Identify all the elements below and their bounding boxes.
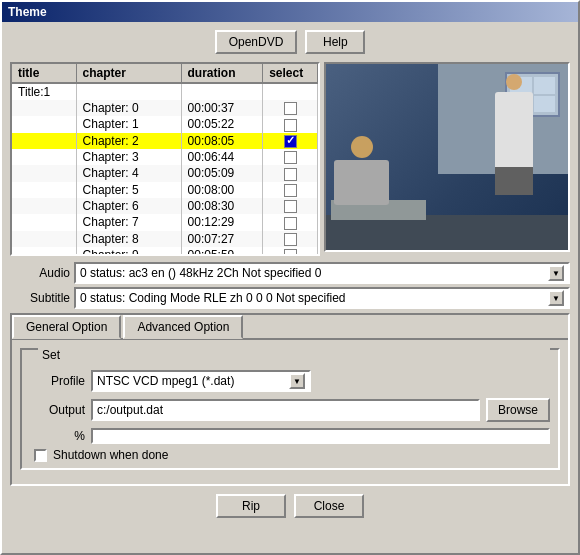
bottom-buttons: Rip Close <box>10 494 570 518</box>
select-data[interactable] <box>263 247 318 254</box>
title-data <box>12 214 76 230</box>
chapter-table-container: title chapter duration select Title:1 Ch… <box>10 62 320 256</box>
audio-dropdown[interactable]: 0 status: ac3 en () 48kHz 2Ch Not specif… <box>74 262 570 284</box>
chapter-data: Chapter: 5 <box>76 182 181 198</box>
window-pane <box>534 77 556 94</box>
title-data <box>12 182 76 198</box>
table-row[interactable]: Chapter: 9 00:05:59 <box>12 247 318 254</box>
duration-data: 00:08:30 <box>181 198 263 214</box>
main-area: title chapter duration select Title:1 Ch… <box>10 62 570 256</box>
profile-row: Profile NTSC VCD mpeg1 (*.dat) ▼ <box>30 370 550 392</box>
audio-dropdown-arrow[interactable]: ▼ <box>548 265 564 281</box>
col-duration: duration <box>181 64 263 83</box>
subtitle-dropdown[interactable]: 0 status: Coding Mode RLE zh 0 0 0 Not s… <box>74 287 570 309</box>
tabs-area: General Option Advanced Option Set Profi… <box>10 313 570 486</box>
help-button[interactable]: Help <box>305 30 365 54</box>
output-label: Output <box>30 403 85 417</box>
toolbar: OpenDVD Help <box>10 30 570 54</box>
chapter-cell <box>76 83 181 100</box>
duration-data: 00:00:37 <box>181 100 263 116</box>
percent-label: % <box>30 429 85 443</box>
duration-data: 00:06:44 <box>181 149 263 165</box>
rip-button[interactable]: Rip <box>216 494 286 518</box>
chapter-data: Chapter: 6 <box>76 198 181 214</box>
sitting-body <box>334 160 389 205</box>
opendvd-button[interactable]: OpenDVD <box>215 30 298 54</box>
sitting-figure <box>334 136 389 205</box>
duration-data: 00:05:59 <box>181 247 263 254</box>
title-cell: Title:1 <box>12 83 76 100</box>
shutdown-checkbox[interactable] <box>34 449 47 462</box>
row-checkbox[interactable] <box>284 249 297 254</box>
set-fieldset: Set Profile NTSC VCD mpeg1 (*.dat) ▼ Out… <box>20 348 560 470</box>
table-row[interactable]: Chapter: 1 00:05:22 <box>12 116 318 132</box>
output-input[interactable] <box>91 399 480 421</box>
select-cell <box>263 83 318 100</box>
chapter-data: Chapter: 7 <box>76 214 181 230</box>
table-row[interactable]: Chapter: 0 00:00:37 <box>12 100 318 116</box>
main-window: Theme OpenDVD Help title chapter duratio… <box>0 0 580 555</box>
standing-figure <box>495 74 533 195</box>
title-data <box>12 133 76 149</box>
chapter-data: Chapter: 0 <box>76 100 181 116</box>
row-checkbox[interactable] <box>284 184 297 197</box>
select-data[interactable] <box>263 133 318 149</box>
row-checkbox[interactable] <box>284 168 297 181</box>
title-data <box>12 165 76 181</box>
select-data[interactable] <box>263 214 318 230</box>
browse-button[interactable]: Browse <box>486 398 550 422</box>
table-row[interactable]: Chapter: 8 00:07:27 <box>12 231 318 247</box>
tab-advanced[interactable]: Advanced Option <box>123 315 243 339</box>
duration-data: 00:05:09 <box>181 165 263 181</box>
profile-select[interactable]: NTSC VCD mpeg1 (*.dat) ▼ <box>91 370 311 392</box>
row-checkbox[interactable] <box>284 200 297 213</box>
profile-label: Profile <box>30 374 85 388</box>
duration-data: 00:05:22 <box>181 116 263 132</box>
table-row[interactable]: Chapter: 3 00:06:44 <box>12 149 318 165</box>
table-scroll[interactable]: title chapter duration select Title:1 Ch… <box>12 64 318 254</box>
select-data[interactable] <box>263 100 318 116</box>
duration-data: 00:08:05 <box>181 133 263 149</box>
audio-label: Audio <box>10 266 70 280</box>
row-checkbox[interactable] <box>284 135 297 148</box>
chapter-data: Chapter: 4 <box>76 165 181 181</box>
title-data <box>12 231 76 247</box>
set-legend: Set <box>38 348 550 362</box>
row-checkbox[interactable] <box>284 217 297 230</box>
floor <box>326 215 568 250</box>
table-row[interactable]: Chapter: 6 00:08:30 <box>12 198 318 214</box>
table-row[interactable]: Chapter: 5 00:08:00 <box>12 182 318 198</box>
dropdowns-section: Audio 0 status: ac3 en () 48kHz 2Ch Not … <box>10 262 570 309</box>
select-data[interactable] <box>263 165 318 181</box>
duration-data: 00:07:27 <box>181 231 263 247</box>
chapter-data: Chapter: 9 <box>76 247 181 254</box>
close-button[interactable]: Close <box>294 494 364 518</box>
table-row[interactable]: Chapter: 7 00:12:29 <box>12 214 318 230</box>
select-data[interactable] <box>263 231 318 247</box>
table-row[interactable]: Chapter: 4 00:05:09 <box>12 165 318 181</box>
tab-general[interactable]: General Option <box>12 315 121 339</box>
shutdown-label: Shutdown when done <box>53 448 168 462</box>
chapter-data: Chapter: 1 <box>76 116 181 132</box>
chapter-data: Chapter: 2 <box>76 133 181 149</box>
window-pane <box>534 96 556 113</box>
progress-bar <box>91 428 550 444</box>
select-data[interactable] <box>263 198 318 214</box>
white-coat <box>495 92 533 167</box>
title-data <box>12 100 76 116</box>
chapter-data: Chapter: 8 <box>76 231 181 247</box>
duration-data: 00:08:00 <box>181 182 263 198</box>
select-data[interactable] <box>263 182 318 198</box>
subtitle-dropdown-arrow[interactable]: ▼ <box>548 290 564 306</box>
select-data[interactable] <box>263 149 318 165</box>
col-select: select <box>263 64 318 83</box>
window-title: Theme <box>8 5 47 19</box>
row-checkbox[interactable] <box>284 233 297 246</box>
row-checkbox[interactable] <box>284 151 297 164</box>
select-data[interactable] <box>263 116 318 132</box>
profile-value: NTSC VCD mpeg1 (*.dat) <box>97 374 289 388</box>
table-row[interactable]: Chapter: 2 00:08:05 <box>12 133 318 149</box>
row-checkbox[interactable] <box>284 102 297 115</box>
profile-dropdown-arrow[interactable]: ▼ <box>289 373 305 389</box>
row-checkbox[interactable] <box>284 119 297 132</box>
